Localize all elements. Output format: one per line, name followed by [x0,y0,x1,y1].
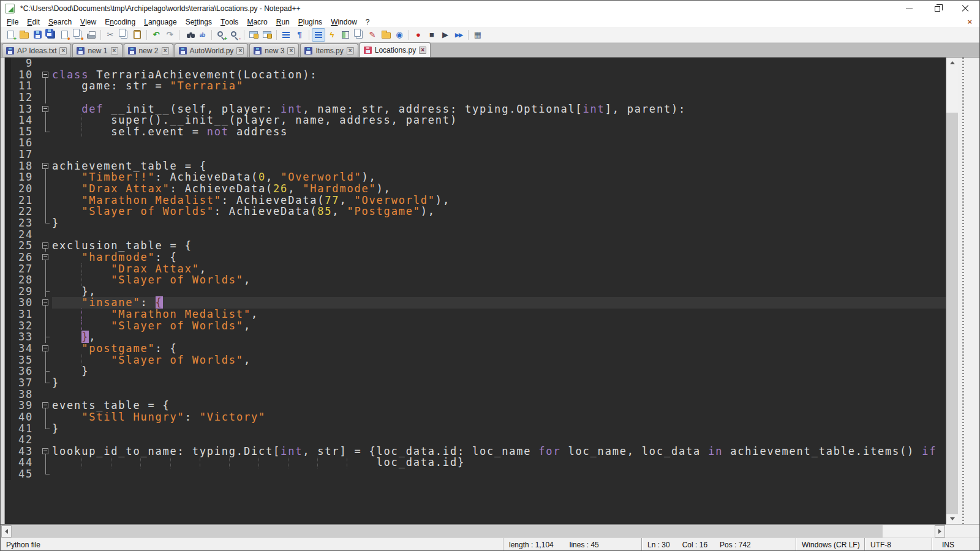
code-text[interactable]: super().__init__(player, name, address, … [52,114,946,126]
redo-button[interactable]: ↷ [163,28,176,42]
tab-close-icon[interactable]: × [419,47,426,54]
code-area[interactable]: 910class TerrariaAchievement(Location):1… [5,58,946,524]
fold-toggle-icon[interactable] [42,254,48,260]
fold-toggle-icon[interactable] [42,72,48,78]
word-wrap-button[interactable] [279,28,293,42]
code-text[interactable]: class TerrariaAchievement(Location): [52,69,946,81]
status-encoding[interactable]: UTF-8 [864,538,932,551]
start-recording-button[interactable]: ● [412,28,425,42]
code-text[interactable]: "Timber!!": AchieveData(0, "Overworld"), [52,171,946,183]
horizontal-scrollbar[interactable] [1,524,946,538]
menu-item-tools[interactable]: Tools [216,17,243,27]
vertical-scrollbar[interactable] [946,58,958,524]
copy-button[interactable] [117,28,130,42]
close-button[interactable] [951,1,979,17]
scroll-up-arrow[interactable] [946,58,958,68]
vertical-scroll-thumb[interactable] [946,113,958,514]
status-eol[interactable]: Windows (CR LF) [796,538,864,551]
code-text[interactable]: "Slayer of Worlds", [52,320,946,332]
cut-button[interactable]: ✂ [104,28,117,42]
code-text[interactable]: } [52,423,946,435]
code-text[interactable]: events_table = { [52,400,946,411]
folder-as-workspace-button[interactable] [379,28,393,42]
code-text[interactable]: "Drax Attax": AchieveData(26, "Hardmode"… [52,183,946,195]
document-list-button[interactable] [352,28,366,42]
save-file-button[interactable] [31,28,44,42]
tab-items-py[interactable]: Items.py× [300,43,358,57]
status-insert-mode[interactable]: INS [932,538,979,551]
save-all-button[interactable] [44,28,58,42]
fold-toggle-icon[interactable] [42,448,48,454]
tab-close-icon[interactable]: × [111,47,118,54]
code-text[interactable] [52,434,946,446]
code-text[interactable]: "Slayer of Worlds", [52,354,946,366]
code-text[interactable]: "hardmode": { [52,252,946,263]
tab-ap-ideas-txt[interactable]: AP Ideas.txt× [2,43,71,57]
menu-item-file[interactable]: File [2,17,23,27]
maximize-button[interactable] [923,1,951,17]
code-text[interactable]: } [52,217,946,229]
menu-item-settings[interactable]: Settings [181,17,216,27]
close-file-button[interactable]: ● [58,28,71,42]
document-map-button[interactable] [339,28,352,42]
code-text[interactable] [52,468,946,480]
monitoring-button[interactable]: ◉ [393,28,406,42]
close-all-files-button[interactable]: ● [71,28,85,42]
menu-item-language[interactable]: Language [140,17,181,27]
code-text[interactable]: loc_data.id} [52,457,946,468]
code-text[interactable]: "insane": { [52,297,946,309]
code-text[interactable]: } [52,365,946,377]
scroll-left-arrow[interactable] [1,525,12,538]
edit-popup-window-button[interactable]: ▦ [471,28,484,42]
code-text[interactable]: achievement_table = { [52,160,946,172]
undo-button[interactable]: ↶ [149,28,163,42]
print-button[interactable] [85,28,98,42]
horizontal-scroll-thumb[interactable] [12,525,883,538]
tab-close-icon[interactable]: × [287,47,295,54]
fold-toggle-icon[interactable] [42,402,48,408]
code-text[interactable]: lookup_id_to_name: typing.Dict[int, str]… [52,446,946,457]
paste-button[interactable] [130,28,144,42]
code-text[interactable] [52,229,946,241]
playback-button[interactable]: ▶ [439,28,452,42]
function-list-button[interactable]: ✎ [366,28,379,42]
menu-item-window[interactable]: Window [326,17,361,27]
code-text[interactable]: game: str = "Terraria" [52,80,946,92]
code-text[interactable]: } [52,377,946,389]
fold-toggle-icon[interactable] [42,106,48,112]
zoom-in-button[interactable]: + [214,28,228,42]
tab-close-icon[interactable]: × [162,47,169,54]
tab-locations-py[interactable]: Locations.py× [360,42,431,57]
menu-item-search[interactable]: Search [44,17,76,27]
code-text[interactable]: self.event = not address [52,126,946,138]
close-document-icon[interactable]: × [967,17,972,27]
tab-new-1[interactable]: new 1× [72,43,122,57]
menu-item-view[interactable]: View [76,17,100,27]
sync-vertical-scrolling-button[interactable] [247,28,260,42]
fold-toggle-icon[interactable] [42,163,48,169]
fold-toggle-icon[interactable] [42,345,48,351]
tab-close-icon[interactable]: × [347,47,354,54]
menu-item-macro[interactable]: Macro [243,17,271,27]
scroll-right-arrow[interactable] [935,525,945,538]
code-text[interactable]: exclusion_table = { [52,240,946,252]
menu-item-plugins[interactable]: Plugins [294,17,326,27]
menu-item-help[interactable]: ? [361,17,374,27]
menu-item-edit[interactable]: Edit [23,17,44,27]
open-file-button[interactable] [17,28,31,42]
code-text[interactable]: "postgame": { [52,343,946,354]
code-text[interactable] [52,389,946,400]
replace-button[interactable]: ab [195,28,209,42]
tab-autoworld-py[interactable]: AutoWorld.py× [175,43,249,57]
code-text[interactable] [52,149,946,160]
stop-recording-button[interactable]: ■ [425,28,439,42]
code-text[interactable]: "Marathon Medalist", [52,309,946,320]
run-macro-multiple-times-button[interactable]: ▶▶ [452,28,466,42]
code-text[interactable] [52,92,946,103]
find-button[interactable] [182,28,195,42]
menu-item-run[interactable]: Run [272,17,294,27]
menu-item-encoding[interactable]: Encoding [100,17,140,27]
new-file-button[interactable]: + [4,28,17,42]
tab-new-3[interactable]: new 3× [249,43,299,57]
code-text[interactable]: }, [52,286,946,298]
